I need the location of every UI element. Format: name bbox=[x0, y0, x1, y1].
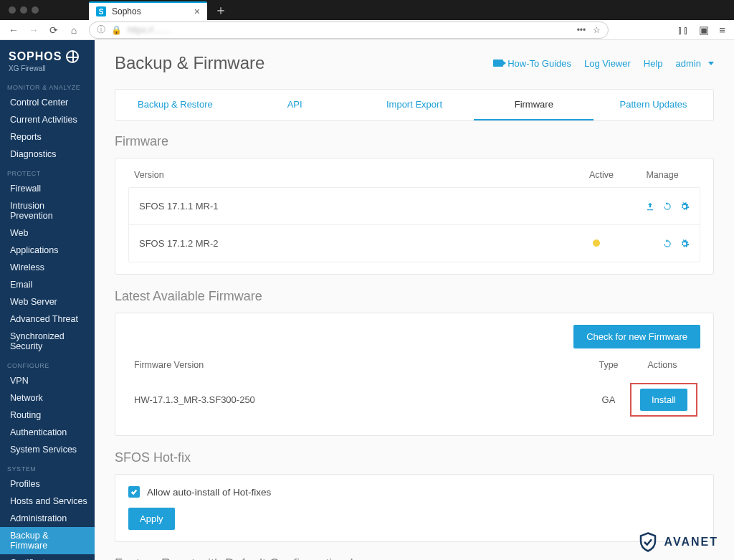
sidebar-item-intrusion-prevention[interactable]: Intrusion Prevention bbox=[0, 197, 95, 224]
col-manage: Manage bbox=[630, 170, 695, 180]
sidebar-toggle-icon[interactable]: ▣ bbox=[699, 24, 709, 37]
sidebar-item-profiles[interactable]: Profiles bbox=[0, 475, 95, 493]
sidebar-item-reports[interactable]: Reports bbox=[0, 128, 95, 146]
favicon-icon: S bbox=[96, 6, 106, 16]
col-type: Type bbox=[587, 360, 630, 370]
window-max-dot[interactable] bbox=[32, 6, 39, 14]
reboot-icon[interactable] bbox=[662, 201, 672, 212]
sidebar-item-certificates[interactable]: Certificates bbox=[0, 554, 95, 560]
sidebar-item-backup-firmware[interactable]: Backup & Firmware bbox=[0, 527, 95, 554]
col-actions: Actions bbox=[630, 360, 695, 370]
available-firmware-row: HW-17.1.3_MR-3.SF300-250 GA Install bbox=[128, 376, 700, 424]
reload-button[interactable]: ⟳ bbox=[46, 22, 62, 38]
sidebar-item-email[interactable]: Email bbox=[0, 276, 95, 293]
reboot-icon[interactable] bbox=[662, 239, 672, 249]
new-tab-button[interactable]: ＋ bbox=[214, 1, 227, 19]
page-title: Backup & Firmware bbox=[115, 53, 264, 73]
hotfix-autoinstall-checkbox[interactable] bbox=[128, 486, 140, 498]
section-title-latest: Latest Available Firmware bbox=[115, 289, 714, 304]
brand-text: SOPHOS bbox=[9, 50, 62, 63]
brand-sub: XG Firewall bbox=[9, 65, 86, 72]
sidebar-item-authentication[interactable]: Authentication bbox=[0, 424, 95, 441]
nav-group-label: PROTECT bbox=[0, 163, 95, 180]
sidebar-item-routing[interactable]: Routing bbox=[0, 407, 95, 424]
sidebar-item-applications[interactable]: Applications bbox=[0, 242, 95, 259]
sidebar-item-vpn[interactable]: VPN bbox=[0, 372, 95, 389]
chevron-down-icon bbox=[708, 62, 714, 65]
tab-close-icon[interactable]: × bbox=[194, 6, 200, 17]
active-dot-icon bbox=[593, 239, 600, 247]
gear-icon[interactable] bbox=[680, 239, 690, 249]
tab-import-export[interactable]: Import Export bbox=[355, 90, 475, 120]
library-icon[interactable]: ⫿⫿ bbox=[677, 24, 689, 37]
firmware-version: SFOS 17.1.2 MR-2 bbox=[139, 238, 568, 249]
section-title-hotfix: SFOS Hot-fix bbox=[115, 450, 714, 465]
log-viewer-link[interactable]: Log Viewer bbox=[584, 58, 631, 69]
check-firmware-button[interactable]: Check for new Firmware bbox=[573, 325, 700, 348]
col-fw-version: Firmware Version bbox=[134, 360, 587, 370]
sidebar-item-diagnostics[interactable]: Diagnostics bbox=[0, 146, 95, 163]
sidebar-item-synchronized-security[interactable]: Synchronized Security bbox=[0, 328, 95, 355]
section-title-firmware: Firmware bbox=[115, 134, 714, 149]
help-link[interactable]: Help bbox=[644, 58, 663, 69]
sidebar-item-hosts-services[interactable]: Hosts and Services bbox=[0, 493, 95, 510]
back-button[interactable]: ← bbox=[6, 22, 22, 38]
nav-group-label: CONFIGURE bbox=[0, 355, 95, 372]
window-close-dot[interactable] bbox=[9, 6, 16, 14]
home-button[interactable]: ⌂ bbox=[66, 22, 82, 38]
hotfix-apply-button[interactable]: Apply bbox=[128, 508, 175, 530]
sidebar: SOPHOS XG Firewall MONITOR & ANALYZE Con… bbox=[0, 40, 95, 560]
window-min-dot[interactable] bbox=[20, 6, 27, 14]
sidebar-item-current-activities[interactable]: Current Activities bbox=[0, 111, 95, 128]
install-button[interactable]: Install bbox=[640, 389, 687, 411]
lock-icon: 🔒 bbox=[111, 25, 122, 35]
install-highlight: Install bbox=[630, 383, 697, 417]
forward-button[interactable]: → bbox=[26, 22, 42, 38]
nav-group-label: MONITOR & ANALYZE bbox=[0, 77, 95, 94]
address-bar[interactable]: ⓘ 🔒 https://…… ••• ☆ bbox=[89, 22, 609, 39]
hotfix-checkbox-label: Allow auto-install of Hot-fixes bbox=[147, 487, 271, 498]
tab-firmware[interactable]: Firmware bbox=[474, 90, 594, 120]
section-title-factory: Factory Reset with Default Configuration… bbox=[115, 556, 714, 560]
gear-icon[interactable] bbox=[680, 201, 690, 212]
url-text: https://…… bbox=[128, 25, 171, 35]
col-version: Version bbox=[134, 170, 573, 180]
macos-window-controls[interactable] bbox=[9, 6, 39, 14]
howto-guides-link[interactable]: How-To Guides bbox=[493, 58, 571, 69]
sidebar-item-firewall[interactable]: Firewall bbox=[0, 180, 95, 197]
firmware-row: SFOS 17.1.2 MR-2 bbox=[129, 224, 700, 262]
bookmark-star-icon[interactable]: ☆ bbox=[593, 25, 601, 35]
sidebar-item-web-server[interactable]: Web Server bbox=[0, 293, 95, 310]
sidebar-item-wireless[interactable]: Wireless bbox=[0, 259, 95, 276]
browser-tab[interactable]: S Sophos × bbox=[89, 1, 207, 20]
page-actions-icon[interactable]: ••• bbox=[577, 25, 586, 35]
firmware-version: SFOS 17.1.1 MR-1 bbox=[139, 201, 568, 212]
camera-icon bbox=[493, 60, 503, 67]
firmware-active-cell bbox=[568, 238, 625, 249]
watermark: AVANET bbox=[637, 531, 718, 553]
sidebar-item-control-center[interactable]: Control Center bbox=[0, 94, 95, 111]
tab-title: Sophos bbox=[112, 6, 141, 16]
tab-backup-restore[interactable]: Backup & Restore bbox=[115, 90, 235, 120]
tab-api[interactable]: API bbox=[235, 90, 355, 120]
sidebar-item-web[interactable]: Web bbox=[0, 224, 95, 242]
site-info-icon[interactable]: ⓘ bbox=[97, 24, 105, 36]
globe-icon bbox=[66, 50, 79, 63]
sidebar-item-administration[interactable]: Administration bbox=[0, 510, 95, 527]
available-firmware-type: GA bbox=[587, 394, 630, 405]
sidebar-item-advanced-threat[interactable]: Advanced Threat bbox=[0, 310, 95, 328]
upload-icon[interactable] bbox=[645, 201, 655, 212]
brand-block: SOPHOS XG Firewall bbox=[0, 47, 95, 77]
col-active: Active bbox=[573, 170, 630, 180]
sidebar-item-network[interactable]: Network bbox=[0, 389, 95, 407]
nav-group-label: SYSTEM bbox=[0, 458, 95, 475]
firmware-row: SFOS 17.1.1 MR-1 bbox=[129, 188, 700, 224]
user-menu[interactable]: admin bbox=[676, 58, 714, 69]
sidebar-item-system-services[interactable]: System Services bbox=[0, 441, 95, 458]
menu-icon[interactable]: ≡ bbox=[719, 24, 725, 37]
available-firmware-version: HW-17.1.3_MR-3.SF300-250 bbox=[134, 394, 587, 405]
tab-pattern-updates[interactable]: Pattern Updates bbox=[594, 90, 713, 120]
